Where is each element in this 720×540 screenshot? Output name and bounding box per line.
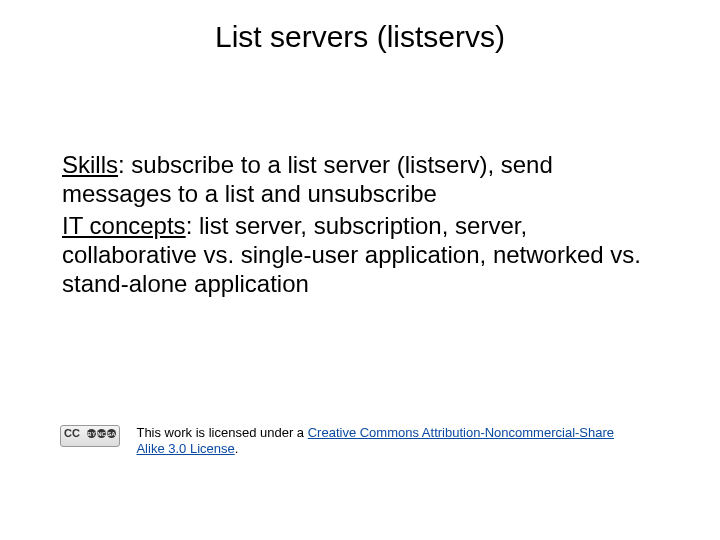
cc-nc-icon: NC — [97, 429, 106, 438]
slide: List servers (listservs) Skills: subscri… — [0, 0, 720, 540]
it-concepts-paragraph: IT concepts: list server, subscription, … — [62, 211, 662, 299]
license-suffix: . — [235, 441, 239, 456]
slide-title: List servers (listservs) — [0, 20, 720, 54]
cc-icons: BY NC SA — [87, 429, 116, 438]
cc-text: CC — [64, 427, 80, 439]
skills-label: Skills — [62, 151, 118, 178]
skills-paragraph: Skills: subscribe to a list server (list… — [62, 150, 662, 209]
license-footer: CC BY NC SA This work is licensed under … — [60, 425, 660, 458]
skills-text: : subscribe to a list server (listserv),… — [62, 151, 553, 207]
cc-by-icon: BY — [87, 429, 96, 438]
license-prefix: This work is licensed under a — [136, 425, 307, 440]
license-text: This work is licensed under a Creative C… — [136, 425, 636, 458]
cc-sa-icon: SA — [107, 429, 116, 438]
it-concepts-label: IT concepts — [62, 212, 186, 239]
cc-badge-icon: CC BY NC SA — [60, 425, 120, 447]
slide-body: Skills: subscribe to a list server (list… — [62, 150, 662, 300]
